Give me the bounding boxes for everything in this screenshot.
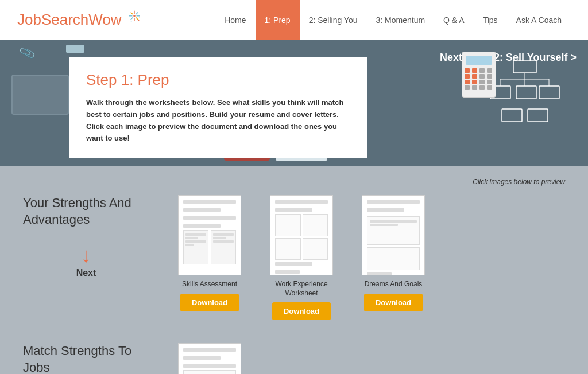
nav-momentum[interactable]: 3: Momentum bbox=[367, 0, 435, 40]
worksheet-name-skills: Skills Assessment bbox=[182, 280, 237, 289]
svg-point-0 bbox=[133, 15, 136, 17]
nav-prep[interactable]: 1: Prep bbox=[256, 0, 300, 40]
download-btn-skills[interactable]: Download bbox=[180, 294, 239, 311]
next-arrow-area[interactable]: ↓ Next bbox=[23, 245, 149, 278]
section-match: Match Strengths To Jobs bbox=[23, 343, 565, 374]
worksheet-card-dreams: Dreams And Goals Download bbox=[356, 195, 431, 320]
logo-text[interactable]: JobSearchWow bbox=[17, 11, 122, 29]
hero-title: Step 1: Prep bbox=[86, 71, 350, 89]
nav-tips[interactable]: Tips bbox=[474, 0, 507, 40]
next-label: Next bbox=[76, 268, 96, 278]
clip-icon: 📎 bbox=[18, 44, 37, 61]
hero-description: Walk through the worksheets below. See w… bbox=[86, 97, 350, 145]
deco-rect bbox=[66, 45, 84, 53]
nav-ask-coach[interactable]: Ask A Coach bbox=[507, 0, 571, 40]
worksheet-thumb-skills[interactable] bbox=[178, 195, 241, 275]
svg-point-11 bbox=[139, 16, 140, 17]
section-strengths-title: Your Strengths And Advantages bbox=[23, 195, 149, 228]
click-hint: Click images below to preview bbox=[23, 178, 565, 186]
worksheet-card-match bbox=[172, 343, 247, 374]
logo-area: JobSearchWow bbox=[17, 10, 145, 30]
section-match-left: Match Strengths To Jobs bbox=[23, 343, 149, 374]
worksheet-card-skills: Skills Assessment Download bbox=[172, 195, 247, 320]
worksheet-thumb-match[interactable] bbox=[178, 343, 241, 374]
download-btn-work[interactable]: Download bbox=[272, 302, 331, 320]
match-worksheets bbox=[172, 343, 247, 374]
worksheet-name-dreams: Dreams And Goals bbox=[365, 280, 423, 289]
hero-content: Step 1: Prep Walk through the worksheets… bbox=[69, 57, 368, 158]
worksheet-thumb-work[interactable] bbox=[270, 195, 333, 275]
worksheet-thumb-dreams[interactable] bbox=[362, 195, 425, 275]
main-content: Click images below to preview Your Stren… bbox=[0, 166, 588, 374]
logo-icon bbox=[124, 10, 145, 30]
header: JobSearchWow Home 1: Prep 2: Selling You… bbox=[0, 0, 588, 40]
svg-line-6 bbox=[136, 17, 138, 20]
nav-qa[interactable]: Q & A bbox=[434, 0, 474, 40]
svg-point-10 bbox=[130, 20, 131, 21]
next-step-banner[interactable]: Next: Step 2: Sell Yourself > bbox=[376, 40, 588, 166]
nav-home[interactable]: Home bbox=[215, 0, 255, 40]
worksheet-card-work: Work Experience Worksheet Download bbox=[264, 195, 339, 320]
svg-line-7 bbox=[136, 12, 138, 14]
keyboard-decoration bbox=[11, 75, 69, 115]
svg-line-5 bbox=[130, 12, 133, 14]
worksheets-grid: Skills Assessment Download bbox=[172, 195, 565, 320]
section-match-title: Match Strengths To Jobs bbox=[23, 343, 149, 374]
nav: Home 1: Prep 2: Selling You 3: Momentum … bbox=[215, 0, 571, 40]
next-step-text[interactable]: Next: Step 2: Sell Yourself > bbox=[440, 52, 577, 64]
hero-banner: 📎 bbox=[0, 40, 588, 166]
section-left: Your Strengths And Advantages ↓ Next bbox=[23, 195, 149, 320]
down-arrow-icon: ↓ bbox=[81, 245, 91, 266]
worksheet-name-work: Work Experience Worksheet bbox=[264, 280, 339, 298]
section-strengths: Your Strengths And Advantages ↓ Next bbox=[23, 195, 565, 320]
nav-selling-you[interactable]: 2: Selling You bbox=[300, 0, 367, 40]
svg-line-8 bbox=[130, 17, 133, 20]
download-btn-dreams[interactable]: Download bbox=[364, 294, 423, 311]
svg-point-9 bbox=[137, 19, 139, 21]
